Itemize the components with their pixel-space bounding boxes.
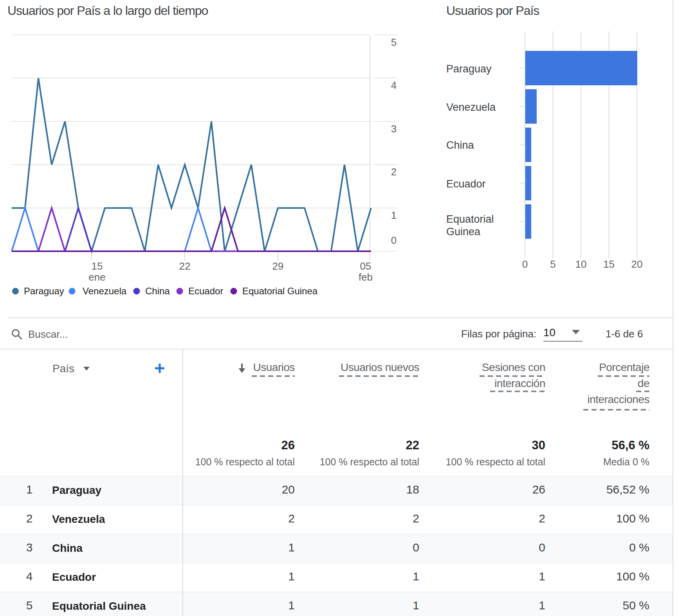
svg-text:4: 4: [391, 79, 397, 91]
svg-text:Guinea: Guinea: [446, 226, 481, 238]
svg-text:5: 5: [391, 36, 397, 48]
svg-text:22: 22: [179, 260, 191, 272]
svg-text:29: 29: [272, 260, 284, 272]
svg-text:Paraguay: Paraguay: [446, 63, 492, 75]
svg-text:1: 1: [391, 209, 397, 221]
svg-text:0: 0: [522, 258, 528, 270]
svg-text:2: 2: [391, 166, 397, 178]
svg-text:Equatorial: Equatorial: [446, 213, 494, 225]
svg-text:5: 5: [550, 258, 555, 270]
svg-text:ene: ene: [88, 271, 105, 282]
svg-text:China: China: [446, 139, 474, 151]
svg-text:10: 10: [575, 258, 587, 270]
svg-text:05: 05: [360, 260, 371, 272]
svg-text:Ecuador: Ecuador: [188, 286, 223, 296]
svg-text:Venezuela: Venezuela: [83, 286, 127, 296]
svg-text:15: 15: [603, 258, 615, 270]
svg-text:0: 0: [391, 234, 397, 246]
svg-text:feb: feb: [359, 271, 373, 282]
svg-text:Ecuador: Ecuador: [446, 178, 486, 190]
svg-text:20: 20: [631, 258, 643, 270]
svg-text:15: 15: [92, 260, 103, 272]
svg-text:Paraguay: Paraguay: [24, 286, 64, 296]
svg-text:3: 3: [391, 123, 397, 135]
svg-text:Equatorial Guinea: Equatorial Guinea: [242, 286, 318, 296]
svg-text:China: China: [145, 286, 170, 296]
svg-text:Venezuela: Venezuela: [446, 101, 496, 113]
